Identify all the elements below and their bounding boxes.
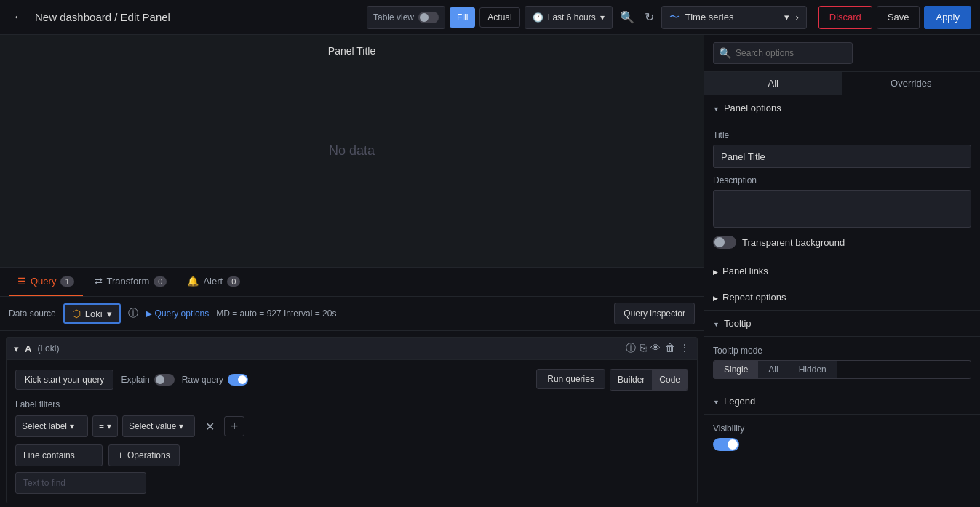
tab-all[interactable]: All [704, 72, 842, 95]
raw-query-label: Raw query [182, 375, 223, 385]
operations-label: Operations [127, 450, 170, 460]
text-to-find-placeholder: Text to find [23, 478, 65, 488]
panel-options-body: Title Description Transparent background [704, 121, 980, 258]
tooltip-mode-single[interactable]: Single [714, 361, 758, 378]
page-title: New dashboard / Edit Panel [35, 11, 170, 23]
tooltip-mode-label: Tooltip mode [713, 346, 971, 356]
query-editor-area: Data source ⬡ Loki ▾ ⓘ ▶ Query options M… [0, 297, 704, 507]
query-options-arrow-icon: ▶ [146, 308, 152, 319]
select-value-chevron-icon: ▾ [179, 421, 183, 431]
raw-query-switch[interactable] [228, 374, 248, 386]
query-tab-icon: ☰ [17, 276, 26, 287]
search-options-wrapper: 🔍 [713, 42, 971, 64]
select-label-dropdown[interactable]: Select label ▾ [15, 415, 88, 437]
panel-links-section-header[interactable]: Panel links [704, 258, 980, 284]
tab-transform[interactable]: ⇄ Transform 0 [86, 268, 176, 296]
tooltip-mode-hidden[interactable]: Hidden [789, 361, 837, 378]
tooltip-mode-all[interactable]: All [758, 361, 788, 378]
line-operations-row: Line contains + Operations [15, 444, 688, 466]
repeat-options-title: Repeat options [722, 292, 786, 303]
tab-query[interactable]: ☰ Query 1 [9, 268, 83, 296]
tooltip-title: Tooltip [724, 318, 752, 329]
legend-body: Visibility [704, 415, 980, 460]
time-range-picker[interactable]: 🕐 Last 6 hours ▾ [525, 6, 613, 29]
tooltip-mode-group: Single All Hidden [713, 360, 971, 379]
repeat-options-section-header[interactable]: Repeat options [704, 284, 980, 311]
operator-text: = [99, 421, 104, 431]
table-view-toggle[interactable] [418, 12, 439, 23]
operations-button[interactable]: + Operations [108, 444, 180, 466]
explain-switch[interactable] [154, 374, 175, 386]
save-button[interactable]: Save [877, 6, 920, 29]
query-row-info-icon[interactable]: ⓘ [626, 342, 636, 355]
query-options-toggle[interactable]: ▶ Query options [146, 308, 210, 319]
query-bar: Data source ⬡ Loki ▾ ⓘ ▶ Query options M… [0, 297, 704, 331]
query-row-header: ▾ A (Loki) ⓘ ⎘ 👁 🗑 ⋮ [7, 338, 697, 360]
filter-add-button[interactable]: + [224, 416, 244, 436]
datasource-icon: ⬡ [72, 308, 81, 319]
apply-button[interactable]: Apply [924, 6, 971, 29]
search-options-input[interactable] [713, 42, 853, 64]
operations-plus-icon: + [118, 450, 123, 460]
select-value-text: Select value [129, 421, 176, 431]
description-field-label: Description [713, 175, 971, 185]
query-row-eye-icon[interactable]: 👁 [650, 342, 661, 355]
filter-clear-button[interactable]: ✕ [199, 416, 220, 436]
tooltip-body: Tooltip mode Single All Hidden [704, 337, 980, 388]
text-to-find-input[interactable]: Text to find [15, 472, 146, 494]
legend-section-header[interactable]: Legend [704, 388, 980, 415]
legend-visibility-toggle[interactable] [713, 438, 739, 451]
alert-tab-icon: 🔔 [187, 276, 199, 287]
query-row-delete-icon[interactable]: 🗑 [665, 342, 675, 355]
toolbar: Table view Fill Actual 🕐 Last 6 hours ▾ … [367, 6, 807, 29]
info-icon[interactable]: ⓘ [128, 307, 138, 320]
right-panel: 🔍 All Overrides Panel options Title Desc… [704, 35, 980, 507]
zoom-out-button[interactable]: 🔍 [617, 7, 637, 27]
top-bar-left: ← New dashboard / Edit Panel [9, 7, 361, 28]
label-filters-section-label: Label filters [15, 399, 688, 410]
main-layout: Panel Title No data ☰ Query 1 ⇄ Transfor… [0, 35, 980, 507]
query-row-more-icon[interactable]: ⋮ [680, 342, 690, 355]
panel-links-title: Panel links [722, 266, 768, 276]
alert-tab-label: Alert [203, 276, 223, 287]
tab-overrides[interactable]: Overrides [842, 72, 981, 95]
transform-tab-badge: 0 [154, 276, 167, 287]
kickstart-button[interactable]: Kick start your query [15, 370, 113, 390]
query-row-action-icons: ⓘ ⎘ 👁 🗑 ⋮ [626, 342, 690, 355]
panel-links-chevron-icon [713, 266, 718, 276]
query-inspector-button[interactable]: Query inspector [614, 303, 695, 324]
select-label-chevron-icon: ▾ [70, 421, 74, 431]
tab-alert[interactable]: 🔔 Alert 0 [178, 268, 249, 296]
repeat-options-chevron-icon [713, 292, 718, 303]
builder-button[interactable]: Builder [610, 370, 652, 390]
fill-button[interactable]: Fill [450, 7, 475, 28]
transparent-bg-toggle[interactable] [713, 236, 736, 249]
operator-dropdown[interactable]: = ▾ [92, 415, 118, 437]
back-button[interactable]: ← [9, 7, 29, 28]
description-textarea[interactable] [713, 190, 971, 228]
panel-title-label: Panel Title [328, 45, 375, 57]
actual-button[interactable]: Actual [479, 7, 519, 28]
visualization-type-selector[interactable]: 〜 Time series ▾ › [661, 6, 807, 29]
alert-tab-badge: 0 [227, 276, 240, 287]
panel-options-section-header[interactable]: Panel options [704, 95, 980, 121]
builder-code-switcher: Builder Code [610, 369, 688, 391]
datasource-selector[interactable]: ⬡ Loki ▾ [63, 303, 121, 324]
panel-title-input[interactable] [713, 145, 971, 168]
query-meta: MD = auto = 927 Interval = 20s [216, 308, 336, 319]
transform-tab-icon: ⇄ [95, 276, 103, 287]
code-button[interactable]: Code [652, 370, 688, 390]
discard-button[interactable]: Discard [818, 6, 872, 29]
select-value-dropdown[interactable]: Select value ▾ [122, 415, 195, 437]
tooltip-section-header[interactable]: Tooltip [704, 311, 980, 337]
datasource-chevron-icon: ▾ [107, 308, 112, 319]
refresh-button[interactable]: ↻ [642, 7, 657, 27]
collapse-icon[interactable]: ▾ [14, 343, 19, 354]
chevron-right-icon: › [795, 12, 798, 23]
transform-tab-label: Transform [107, 276, 150, 287]
run-queries-button[interactable]: Run queries [536, 369, 605, 389]
tooltip-chevron-icon [713, 319, 720, 329]
no-data-message: No data [329, 143, 375, 159]
datasource-label: Data source [9, 308, 56, 319]
query-row-copy-icon[interactable]: ⎘ [640, 342, 646, 355]
